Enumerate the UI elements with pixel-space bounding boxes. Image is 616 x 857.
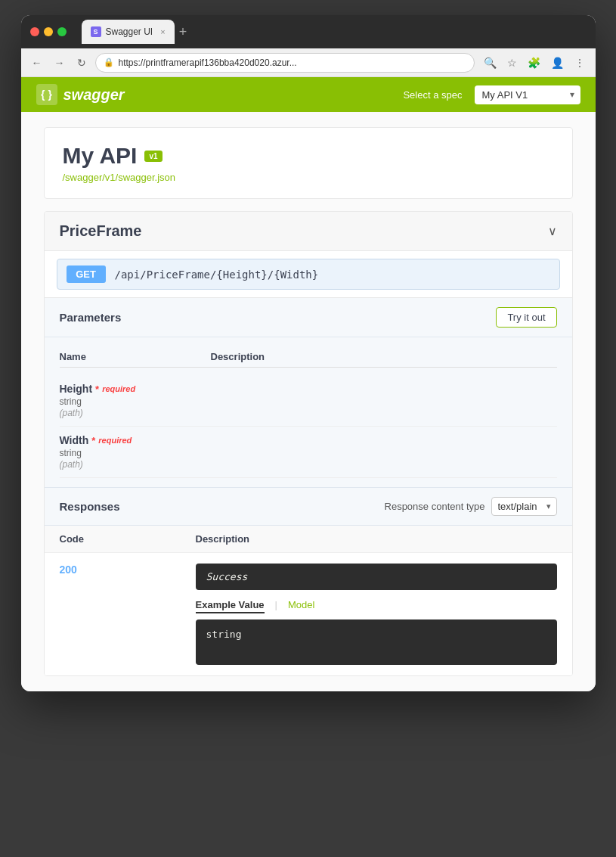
bookmark-icon[interactable]: ☆	[504, 54, 520, 72]
param-desc-width	[211, 434, 557, 470]
toolbar-icons: 🔍 ☆ 🧩 👤 ⋮	[481, 54, 588, 72]
spec-dropdown-wrapper: My API V1	[475, 85, 580, 104]
param-type-width: string	[60, 448, 211, 458]
new-tab-button[interactable]: +	[179, 24, 187, 40]
spec-dropdown[interactable]: My API V1	[475, 85, 580, 104]
response-content-type-label: Response content type	[385, 501, 485, 512]
back-button[interactable]: ←	[29, 54, 45, 72]
profile-icon[interactable]: 👤	[548, 54, 567, 72]
section-header[interactable]: PriceFrame ∨	[45, 212, 572, 251]
tab-bar: S Swagger UI × +	[82, 20, 587, 44]
response-content-wrapper: Response content type text/plain	[385, 497, 557, 516]
swagger-logo-text: swagger	[63, 86, 125, 104]
param-location-height: (path)	[60, 408, 211, 418]
required-label-width: required	[98, 436, 132, 445]
responses-section-header: Responses Response content type text/pla…	[45, 487, 572, 525]
parameters-section: Parameters Try it out Name Description H…	[45, 298, 572, 675]
param-header-name: Name	[60, 351, 211, 362]
success-box: Success	[196, 564, 557, 590]
responses-title: Responses	[60, 500, 120, 513]
url-text: https://printframerapif136bba420d020.azu…	[119, 57, 297, 68]
tab-favicon: S	[91, 26, 101, 37]
version-badge: v1	[144, 151, 162, 162]
response-table: Code Description 200 Success Example Val…	[45, 525, 572, 675]
endpoint-path: /api/PriceFrame/{Height}/{Width}	[115, 269, 319, 281]
param-desc-height	[211, 383, 557, 418]
browser-window: S Swagger UI × + ← → ↻ 🔒 https://printfr…	[21, 15, 596, 691]
method-badge: GET	[67, 265, 106, 283]
close-traffic-light[interactable]	[30, 27, 39, 36]
params-title: Parameters	[60, 311, 122, 324]
endpoint-row[interactable]: GET /api/PriceFrame/{Height}/{Width}	[57, 259, 560, 290]
response-table-header: Code Description	[45, 526, 572, 553]
response-desc-col-200: Success Example Value | Model string	[196, 564, 557, 665]
required-star-height: *	[95, 383, 99, 395]
extensions-icon[interactable]: 🧩	[525, 54, 543, 72]
example-value-tabs: Example Value | Model	[196, 599, 557, 613]
param-name-height: Height * required	[60, 383, 211, 395]
example-value-tab[interactable]: Example Value	[196, 599, 265, 613]
api-url-link[interactable]: /swagger/v1/swagger.json	[63, 172, 554, 183]
param-location-width: (path)	[60, 459, 211, 470]
response-content-type-select[interactable]: text/plain	[491, 497, 557, 516]
traffic-lights	[30, 27, 67, 36]
tab-divider: |	[275, 599, 277, 613]
required-label-height: required	[102, 384, 135, 393]
model-tab[interactable]: Model	[288, 599, 314, 613]
tab-close-button[interactable]: ×	[160, 27, 165, 36]
section-chevron-icon: ∨	[548, 224, 557, 238]
tab-title: Swagger UI	[106, 26, 153, 37]
param-name-col-height: Height * required string (path)	[60, 383, 211, 418]
param-name-width: Width * required	[60, 434, 211, 446]
forward-button[interactable]: →	[51, 54, 68, 72]
spec-selector-label: Select a spec	[403, 89, 462, 101]
param-type-height: string	[60, 396, 211, 407]
api-title: My API v1	[63, 143, 554, 169]
menu-icon[interactable]: ⋮	[571, 54, 588, 72]
try-it-out-button[interactable]: Try it out	[496, 307, 556, 328]
swagger-logo: { } swagger	[36, 84, 125, 105]
lock-icon: 🔒	[104, 57, 114, 67]
response-col-code: Code	[60, 533, 196, 545]
endpoint-block: GET /api/PriceFrame/{Height}/{Width}	[45, 251, 572, 298]
browser-toolbar: ← → ↻ 🔒 https://printframerapif136bba420…	[21, 48, 596, 77]
param-table-header: Name Description	[60, 346, 557, 368]
api-title-section: My API v1 /swagger/v1/swagger.json	[44, 127, 573, 199]
search-icon[interactable]: 🔍	[481, 54, 500, 72]
swagger-header: { } swagger Select a spec My API V1	[21, 77, 596, 112]
section-container: PriceFrame ∨ GET /api/PriceFrame/{Height…	[44, 211, 573, 676]
example-value-box: string	[196, 619, 557, 665]
response-row-200: 200 Success Example Value | Model	[45, 553, 572, 675]
response-col-description: Description	[196, 533, 557, 545]
param-name-col-width: Width * required string (path)	[60, 434, 211, 470]
swagger-logo-icon: { }	[36, 84, 57, 105]
address-bar[interactable]: 🔒 https://printframerapif136bba420d020.a…	[95, 53, 475, 73]
swagger-content: My API v1 /swagger/v1/swagger.json Price…	[21, 112, 596, 691]
response-code-200: 200	[60, 564, 196, 576]
param-table: Name Description Height * required strin…	[45, 337, 572, 487]
browser-titlebar: S Swagger UI × +	[21, 15, 596, 48]
required-star-width: *	[91, 435, 95, 446]
param-header-description: Description	[211, 351, 557, 362]
param-row-width: Width * required string (path)	[60, 427, 557, 478]
section-title: PriceFrame	[60, 222, 142, 240]
param-row-height: Height * required string (path)	[60, 375, 557, 427]
minimize-traffic-light[interactable]	[44, 27, 53, 36]
reload-button[interactable]: ↻	[74, 54, 89, 72]
active-tab[interactable]: S Swagger UI ×	[82, 20, 175, 44]
params-header: Parameters Try it out	[45, 298, 572, 337]
maximize-traffic-light[interactable]	[57, 27, 67, 36]
